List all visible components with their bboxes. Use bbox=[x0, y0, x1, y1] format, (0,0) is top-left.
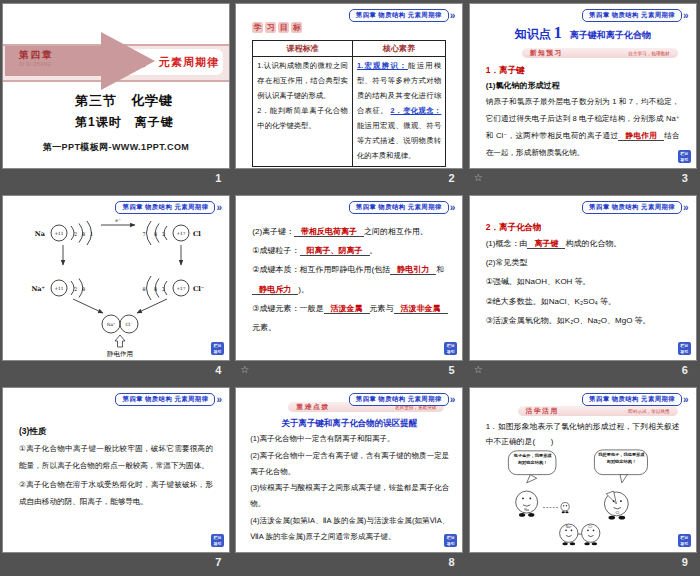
slide-cell-4: 第四章 物质结构 元素周期律 » Na +11 2 8 bbox=[0, 192, 233, 384]
svg-text:1: 1 bbox=[90, 231, 93, 237]
svg-text:Cl: Cl bbox=[193, 230, 201, 238]
speech-bubble-na: 电子走开，我要形成相对稳定结构！ bbox=[509, 451, 557, 483]
line-text: )。 bbox=[298, 285, 309, 294]
site-credit: 第一PPT模板网-WWW.1PPT.COM bbox=[3, 141, 229, 154]
slide-gutter-2: 2 bbox=[233, 168, 466, 192]
converge-arrow bbox=[73, 299, 103, 313]
slide-thumbnail-9[interactable]: 第四章 物质结构 元素周期律 » 活学活用 即时小试，学以致用 1．如图形象地表… bbox=[470, 388, 696, 552]
line-text: 构成的化合物。 bbox=[565, 239, 621, 248]
kp-title: 离子键和离子化合物 bbox=[570, 30, 651, 40]
slide-header-banner: 第四章 物质结构 元素周期律 » bbox=[115, 201, 222, 214]
slide-thumbnail-3[interactable]: 第四章 物质结构 元素周期律 » 知识点1离子键和离子化合物 新知预习 自主学习… bbox=[470, 4, 696, 168]
slide-thumbnail-2[interactable]: 第四章 物质结构 元素周期律 » 学 习 目 标 课程标准 核心素养 1.认识构… bbox=[236, 4, 462, 168]
converge-arrow bbox=[137, 299, 167, 313]
line-text: ①成键粒子： bbox=[252, 246, 299, 255]
slide-thumbnail-5[interactable]: 第四章 物质结构 元素周期律 » (2)离子键：带相反电荷离子之间的相互作用。 … bbox=[236, 196, 462, 360]
chevron-right-icon: » bbox=[450, 203, 456, 213]
kp-label: 知识点 bbox=[515, 27, 551, 41]
nav-corner-button: 栏目 导引 bbox=[678, 534, 691, 547]
slide-thumbnail-8[interactable]: 第四章 物质结构 元素周期律 » 重难点拨 名师支招，重难突破 关于离子键和离子… bbox=[236, 388, 462, 552]
badge-char: 标 bbox=[291, 22, 302, 33]
na-ion: Na⁺ +11 2 8 bbox=[31, 279, 85, 298]
slide-number-6: 6 bbox=[682, 364, 688, 376]
ion-pair-characters: Na⁺ Cl⁻ bbox=[560, 524, 600, 545]
fill-line: ①成键粒子：阳离子、阴离子。 bbox=[252, 241, 448, 260]
fill-line: (2)离子键：带相反电荷离子之间的相互作用。 bbox=[252, 222, 448, 241]
na-atom: Na +11 2 8 1 bbox=[35, 221, 93, 245]
speech-bubble-cl: 我想要电子，我也要形成相对稳定结构！ bbox=[595, 450, 648, 483]
table-header-competency: 核心素养 bbox=[352, 41, 445, 57]
badge-label: 活学活用 bbox=[526, 406, 559, 416]
transition-star-icon: ☆ bbox=[474, 173, 483, 183]
slide-cell-9: 第四章 物质结构 元素周期律 » 活学活用 即时小试，学以致用 1．如图形象地表… bbox=[467, 384, 700, 576]
chapter-breadcrumb: 第四章 物质结构 元素周期律 bbox=[582, 9, 682, 22]
table-cell-standards: 1.认识构成物质的微粒之间存在相互作用，结合典型实例认识离子键的形成。 2．能判… bbox=[253, 57, 353, 167]
svg-text:Na: Na bbox=[35, 230, 46, 238]
fill-line: (1)概念：由离子键构成的化合物。 bbox=[486, 234, 682, 253]
chapter-breadcrumb: 第四章 物质结构 元素周期律 bbox=[115, 393, 215, 406]
badge-char: 学 bbox=[252, 22, 263, 33]
competency-term: 1.宏观辨识： bbox=[357, 61, 408, 70]
corner-label: 导引 bbox=[680, 157, 688, 162]
svg-text:Na⁺: Na⁺ bbox=[31, 285, 45, 293]
kp-number: 1 bbox=[554, 24, 562, 41]
competency-term: 2．变化观念： bbox=[391, 106, 442, 115]
slide-header-banner: 第四章 物质结构 元素周期律 » bbox=[582, 201, 689, 214]
body-paragraph: ①离子化合物中离子键一般比较牢固，破坏它需要很高的能量，所以离子化合物的熔点一般… bbox=[19, 440, 213, 474]
chapter-label: 第四章 bbox=[19, 49, 54, 62]
slide-cell-5: 第四章 物质结构 元素周期律 » (2)离子键：带相反电荷离子之间的相互作用。 … bbox=[233, 192, 466, 384]
slide-cell-6: 第四章 物质结构 元素周期律 » 2．离子化合物 (1)概念：由离子键构成的化合… bbox=[467, 192, 700, 384]
section-title: 第三节 化学键 bbox=[75, 92, 173, 110]
slide-thumbnail-1[interactable]: 物质结构 元素周期律 第四章 DI SI ZHANG 第三节 化学键 第1课时 … bbox=[3, 4, 229, 168]
competency-text: 能运用宏观、微观、符号等方式描述、说明物质转化的本质和规律。 bbox=[357, 121, 441, 160]
slide-thumbnail-4[interactable]: 第四章 物质结构 元素周期律 » Na +11 2 8 bbox=[3, 196, 229, 360]
svg-text:Na⁺: Na⁺ bbox=[566, 525, 572, 529]
chapter-breadcrumb: 第四章 物质结构 元素周期律 bbox=[349, 393, 449, 406]
slide-cell-2: 第四章 物质结构 元素周期律 » 学 习 目 标 课程标准 核心素养 1.认识构… bbox=[233, 0, 466, 192]
badge-char: 目 bbox=[278, 22, 289, 33]
bubble-text-right: 我想要电子，我也要形成相对稳定结构！ bbox=[598, 452, 645, 465]
slide-number-3: 3 bbox=[682, 172, 688, 184]
knowledge-point-heading: 知识点1离子键和离子化合物 bbox=[470, 24, 696, 43]
chapter-breadcrumb: 第四章 物质结构 元素周期律 bbox=[349, 201, 449, 214]
slide-number-5: 5 bbox=[449, 364, 455, 376]
corner-label: 导引 bbox=[447, 541, 455, 546]
slide-header-banner: 第四章 物质结构 元素周期律 » bbox=[349, 393, 456, 406]
nav-corner-button: 栏目 导引 bbox=[678, 150, 691, 163]
svg-text:Cl⁻: Cl⁻ bbox=[126, 322, 133, 327]
corner-label: 导引 bbox=[214, 349, 222, 354]
svg-text:e⁻: e⁻ bbox=[115, 217, 121, 223]
slide-number-4: 4 bbox=[215, 364, 221, 376]
slide-thumbnail-6[interactable]: 第四章 物质结构 元素周期律 » 2．离子化合物 (1)概念：由离子键构成的化合… bbox=[470, 196, 696, 360]
standard-item: 1.认识构成物质的微粒之间存在相互作用，结合典型实例认识离子键的形成。 bbox=[257, 59, 348, 104]
nav-corner-button: 栏目 导引 bbox=[444, 342, 457, 355]
blank-fill: 活泼金属 bbox=[324, 304, 370, 314]
line-text: ①强碱。如NaOH、KOH 等。 bbox=[486, 272, 682, 291]
cl-ion: 8 8 2 +17 Cl⁻ bbox=[142, 276, 204, 300]
slide-cell-1: 物质结构 元素周期律 第四章 DI SI ZHANG 第三节 化学键 第1课时 … bbox=[0, 0, 233, 192]
chevron-right-icon: » bbox=[683, 11, 689, 21]
svg-text:+17: +17 bbox=[176, 286, 185, 291]
badge-subtitle: 即时小试，学以致用 bbox=[628, 409, 669, 414]
svg-text:+11: +11 bbox=[54, 286, 63, 291]
corner-label: 导引 bbox=[680, 349, 688, 354]
na-character: Na bbox=[516, 492, 538, 518]
diagram-caption: 静电作用 bbox=[107, 350, 133, 358]
slide-number-8: 8 bbox=[449, 556, 455, 568]
line-text: ③成键元素：一般是 bbox=[252, 304, 323, 313]
learning-goal-badge: 学 习 目 标 bbox=[252, 22, 462, 33]
slide-header-banner: 第四章 物质结构 元素周期律 » bbox=[349, 9, 456, 22]
corner-label: 导引 bbox=[680, 541, 688, 546]
blank-fill: 静电作用 bbox=[618, 131, 664, 141]
svg-text:Na⁺: Na⁺ bbox=[107, 322, 116, 327]
transition-star-icon: ☆ bbox=[240, 365, 249, 375]
section-badge-bar: 新知预习 自主学习，梳理教材 bbox=[522, 48, 678, 58]
lesson-title: 第1课时 离子键 bbox=[75, 114, 174, 131]
question-text: 1．如图形象地表示了氯化钠的形成过程，下列相关叙述中不正确的是( ) bbox=[486, 419, 680, 449]
nav-corner-button: 栏目 导引 bbox=[444, 534, 457, 547]
nav-corner-button: 栏目 导引 bbox=[211, 342, 224, 355]
electron-character bbox=[561, 503, 569, 514]
topic-heading: 2．离子化合物 bbox=[486, 222, 696, 234]
topic-heading: 1．离子键 bbox=[486, 65, 696, 77]
slide-thumbnail-7[interactable]: 第四章 物质结构 元素周期律 » (3)性质 ①离子化合物中离子键一般比较牢固，… bbox=[3, 388, 229, 552]
